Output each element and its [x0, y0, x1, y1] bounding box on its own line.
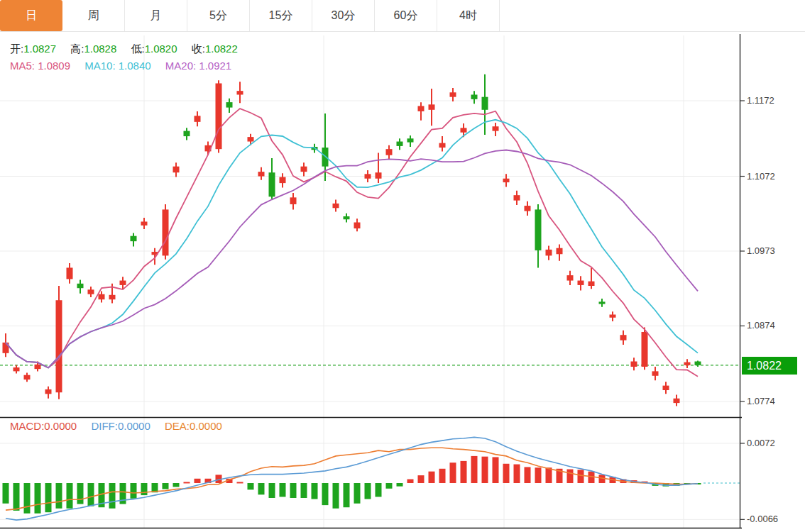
tab-day[interactable]: 日 — [0, 0, 62, 31]
last-price-tag: 1.0822 — [742, 357, 797, 375]
tab-week[interactable]: 周 — [62, 0, 125, 31]
timeframe-tabbar: 日 周 月 5分 15分 30分 60分 4时 — [0, 0, 805, 32]
high-label: 高: — [70, 43, 84, 55]
tab-month[interactable]: 月 — [125, 0, 187, 31]
ma20-legend: MA20: 1.0921 — [165, 60, 231, 72]
price-axis-label: 1.1072 — [747, 171, 775, 182]
tab-15min[interactable]: 15分 — [250, 0, 312, 31]
macd-legend: MACD:0.0000 DIFF:0.0000 DEA:0.0000 — [10, 420, 222, 432]
price-axis-label: 1.0774 — [747, 396, 775, 406]
price-axis-label: 1.0973 — [747, 245, 775, 256]
price-axis-label: 1.1172 — [747, 95, 774, 106]
close-value: 1.0822 — [205, 43, 238, 55]
dea-value-label: DEA:0.0000 — [165, 420, 222, 432]
price-axis-label: 1.0874 — [747, 320, 775, 331]
ohlc-legend: 开:1.0827 高:1.0828 低:1.0820 收:1.0822 — [10, 43, 238, 56]
tab-5min[interactable]: 5分 — [187, 0, 250, 31]
low-value: 1.0820 — [145, 43, 177, 55]
open-value: 1.0827 — [23, 43, 56, 55]
candlestick-chart-canvas[interactable] — [0, 0, 805, 532]
open-label: 开: — [10, 43, 23, 55]
macd-axis-label: -0.0066 — [747, 514, 778, 524]
ma5-legend: MA5: 1.0809 — [10, 60, 70, 72]
ma10-legend: MA10: 1.0840 — [84, 60, 150, 72]
close-label: 收: — [192, 43, 205, 55]
tab-30min[interactable]: 30分 — [312, 0, 375, 31]
tab-60min[interactable]: 60分 — [375, 0, 437, 31]
tab-4hour[interactable]: 4时 — [437, 0, 500, 31]
ma-legend: MA5: 1.0809 MA10: 1.0840 MA20: 1.0921 — [10, 60, 231, 72]
diff-value-label: DIFF:0.0000 — [91, 420, 150, 432]
trading-chart-app: 日 周 月 5分 15分 30分 60分 4时 开:1.0827 高:1.082… — [0, 0, 805, 532]
high-value: 1.0828 — [84, 43, 116, 55]
macd-value-label: MACD:0.0000 — [10, 420, 77, 432]
low-label: 低: — [131, 43, 144, 55]
macd-axis-label: 0.0072 — [747, 438, 775, 448]
